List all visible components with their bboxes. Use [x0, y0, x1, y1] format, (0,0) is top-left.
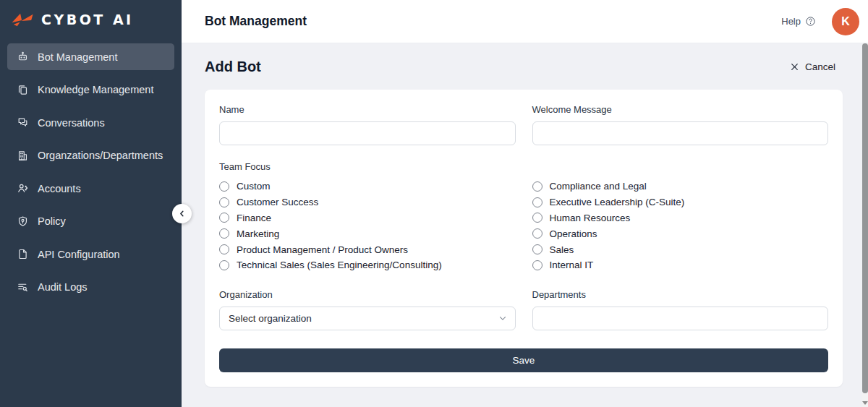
help-link[interactable]: Help [781, 16, 816, 27]
radio-button-icon[interactable] [532, 228, 542, 239]
sidebar: CYBOT AI Bot Management Knowledge Manage… [0, 0, 182, 407]
sidebar-item-api-configuration[interactable]: API Configuration [7, 241, 174, 267]
policy-icon [16, 215, 29, 228]
sidebar-item-bot-management[interactable]: Bot Management [7, 43, 174, 70]
team-focus-option[interactable]: Product Management / Product Owners [219, 241, 516, 257]
radio-button-icon[interactable] [219, 181, 229, 192]
bot-icon [16, 51, 29, 64]
radio-option-label: Technical Sales (Sales Engineering/Consu… [237, 260, 442, 270]
vertical-scrollbar[interactable] [862, 0, 868, 407]
radio-option-label: Marketing [237, 228, 279, 239]
radio-button-icon[interactable] [532, 260, 542, 270]
radio-option-label: Customer Success [237, 197, 318, 207]
brand-logo: CYBOT AI [0, 0, 182, 38]
organization-selected-value: Select organization [229, 313, 312, 324]
radio-option-label: Executive Leadership (C-Suite) [550, 197, 685, 207]
team-focus-column-right: Compliance and LegalExecutive Leadership… [532, 179, 829, 273]
page-header-title: Bot Management [205, 14, 781, 29]
chevron-left-icon [177, 209, 187, 218]
sidebar-item-label: Organzations/Departments [38, 150, 163, 161]
team-focus-option[interactable]: Technical Sales (Sales Engineering/Consu… [219, 257, 516, 273]
sidebar-item-policy[interactable]: Policy [7, 208, 174, 235]
radio-button-icon[interactable] [219, 228, 229, 239]
chevron-down-icon [498, 313, 508, 323]
team-focus-option[interactable]: Marketing [219, 226, 516, 241]
sidebar-item-label: Bot Management [38, 51, 117, 63]
cancel-label: Cancel [805, 61, 835, 72]
radio-button-icon[interactable] [219, 244, 229, 254]
welcome-message-label: Welcome Message [532, 104, 829, 116]
scrollbar-thumb[interactable] [862, 43, 868, 393]
radio-button-icon[interactable] [219, 213, 229, 223]
radio-option-label: Custom [237, 181, 271, 192]
radio-option-label: Compliance and Legal [550, 181, 647, 192]
sidebar-item-audit-logs[interactable]: Audit Logs [7, 274, 174, 301]
sidebar-item-label: Conversations [38, 117, 105, 129]
organizations-icon [16, 149, 29, 162]
team-focus-option[interactable]: Internal IT [532, 257, 829, 273]
scrollbar-down-arrow-icon[interactable] [862, 401, 868, 405]
sidebar-nav: Bot Management Knowledge Management Conv… [0, 38, 182, 301]
name-label: Name [219, 104, 516, 116]
team-focus-option[interactable]: Sales [532, 241, 829, 257]
departments-label: Departments [532, 289, 829, 301]
conversations-icon [16, 116, 29, 129]
welcome-message-input[interactable] [532, 121, 829, 145]
radio-button-icon[interactable] [532, 244, 542, 254]
sidebar-item-accounts[interactable]: Accounts [7, 175, 174, 202]
departments-field-group: Departments [532, 289, 829, 330]
organization-field-group: Organization Select organization [219, 289, 516, 330]
sidebar-item-label: Policy [38, 215, 66, 227]
sidebar-item-label: Audit Logs [38, 281, 88, 293]
organization-select[interactable]: Select organization [219, 307, 516, 330]
audit-logs-icon [16, 280, 29, 294]
radio-button-icon[interactable] [219, 260, 229, 270]
sidebar-item-conversations[interactable]: Conversations [7, 109, 174, 136]
welcome-message-field-group: Welcome Message [532, 104, 829, 145]
radio-option-label: Internal IT [550, 260, 594, 270]
knowledge-icon [16, 83, 29, 96]
page-title: Add Bot [205, 59, 790, 75]
sidebar-item-knowledge-management[interactable]: Knowledge Management [7, 77, 174, 103]
main-content: Add Bot Cancel Name Welcome Message [182, 43, 868, 407]
organization-label: Organization [219, 289, 516, 301]
team-focus-section: Team Focus CustomCustomer SuccessFinance… [219, 161, 828, 273]
save-button[interactable]: Save [219, 348, 828, 372]
top-header: Bot Management Help K [182, 0, 868, 43]
radio-option-label: Operations [550, 228, 597, 239]
departments-input[interactable] [532, 307, 829, 330]
sidebar-item-organizations-departments[interactable]: Organzations/Departments [7, 142, 174, 169]
radio-button-icon[interactable] [219, 197, 229, 207]
team-focus-option[interactable]: Custom [219, 179, 516, 194]
radio-button-icon[interactable] [532, 213, 542, 223]
cancel-button[interactable]: Cancel [790, 61, 835, 72]
close-icon [790, 62, 799, 72]
page-head: Add Bot Cancel [205, 43, 843, 90]
org-dept-section: Organization Select organization Departm… [219, 289, 828, 330]
radio-button-icon[interactable] [532, 197, 542, 207]
radio-option-label: Sales [550, 244, 574, 255]
radio-option-label: Finance [237, 213, 271, 223]
team-focus-option[interactable]: Compliance and Legal [532, 179, 829, 194]
brand-name: CYBOT AI [41, 12, 134, 27]
sidebar-item-label: Knowledge Management [38, 84, 153, 95]
team-focus-option[interactable]: Operations [532, 226, 829, 241]
team-focus-option[interactable]: Executive Leadership (C-Suite) [532, 194, 829, 210]
name-input[interactable] [219, 121, 516, 145]
team-focus-column-left: CustomCustomer SuccessFinanceMarketingPr… [219, 179, 516, 273]
team-focus-option[interactable]: Customer Success [219, 194, 516, 210]
api-icon [16, 248, 29, 261]
avatar[interactable]: K [832, 8, 859, 35]
name-field-group: Name [219, 104, 516, 145]
add-bot-form-card: Name Welcome Message Team Focus CustomCu… [205, 90, 843, 387]
team-focus-option[interactable]: Finance [219, 210, 516, 226]
accounts-icon [16, 182, 29, 195]
sidebar-collapse-button[interactable] [172, 204, 192, 223]
radio-option-label: Product Management / Product Owners [237, 244, 408, 255]
help-label: Help [781, 16, 801, 27]
sidebar-item-label: API Configuration [38, 249, 120, 260]
radio-option-label: Human Resources [550, 213, 631, 223]
radio-button-icon[interactable] [532, 181, 542, 192]
team-focus-label: Team Focus [219, 161, 828, 173]
team-focus-option[interactable]: Human Resources [532, 210, 829, 226]
